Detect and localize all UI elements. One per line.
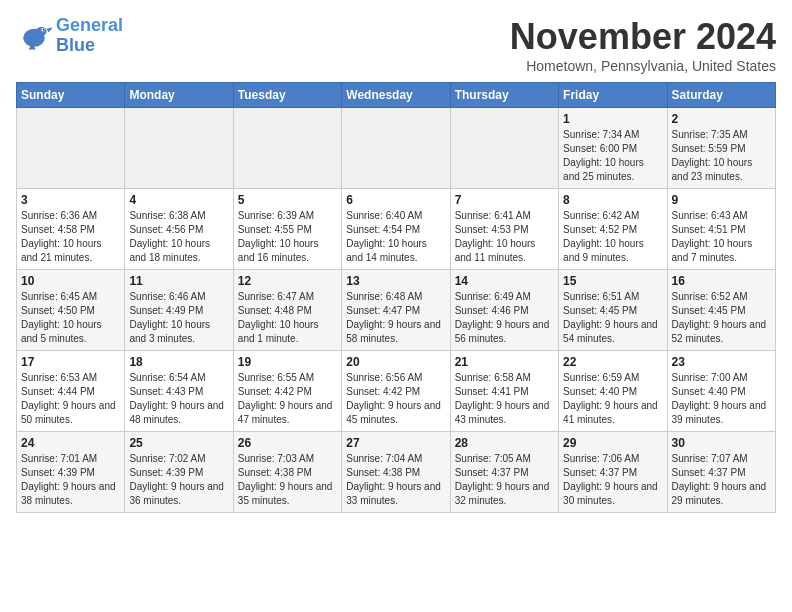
day-number: 17 (21, 355, 120, 369)
calendar-cell: 9Sunrise: 6:43 AM Sunset: 4:51 PM Daylig… (667, 189, 775, 270)
calendar-table: SundayMondayTuesdayWednesdayThursdayFrid… (16, 82, 776, 513)
calendar-cell: 20Sunrise: 6:56 AM Sunset: 4:42 PM Dayli… (342, 351, 450, 432)
calendar-cell: 14Sunrise: 6:49 AM Sunset: 4:46 PM Dayli… (450, 270, 558, 351)
day-number: 29 (563, 436, 662, 450)
day-info: Sunrise: 6:56 AM Sunset: 4:42 PM Dayligh… (346, 371, 445, 427)
day-info: Sunrise: 6:55 AM Sunset: 4:42 PM Dayligh… (238, 371, 337, 427)
day-info: Sunrise: 6:54 AM Sunset: 4:43 PM Dayligh… (129, 371, 228, 427)
calendar-cell: 15Sunrise: 6:51 AM Sunset: 4:45 PM Dayli… (559, 270, 667, 351)
day-info: Sunrise: 7:03 AM Sunset: 4:38 PM Dayligh… (238, 452, 337, 508)
day-number: 6 (346, 193, 445, 207)
calendar-cell (17, 108, 125, 189)
day-info: Sunrise: 7:00 AM Sunset: 4:40 PM Dayligh… (672, 371, 771, 427)
day-number: 8 (563, 193, 662, 207)
day-number: 5 (238, 193, 337, 207)
day-info: Sunrise: 6:42 AM Sunset: 4:52 PM Dayligh… (563, 209, 662, 265)
weekday-header: Monday (125, 83, 233, 108)
calendar-week-row: 10Sunrise: 6:45 AM Sunset: 4:50 PM Dayli… (17, 270, 776, 351)
day-number: 10 (21, 274, 120, 288)
day-number: 23 (672, 355, 771, 369)
day-info: Sunrise: 7:01 AM Sunset: 4:39 PM Dayligh… (21, 452, 120, 508)
calendar-cell: 21Sunrise: 6:58 AM Sunset: 4:41 PM Dayli… (450, 351, 558, 432)
day-number: 9 (672, 193, 771, 207)
day-number: 3 (21, 193, 120, 207)
calendar-header: SundayMondayTuesdayWednesdayThursdayFrid… (17, 83, 776, 108)
calendar-cell: 27Sunrise: 7:04 AM Sunset: 4:38 PM Dayli… (342, 432, 450, 513)
day-info: Sunrise: 7:07 AM Sunset: 4:37 PM Dayligh… (672, 452, 771, 508)
svg-marker-2 (47, 27, 52, 32)
day-number: 7 (455, 193, 554, 207)
calendar-cell: 29Sunrise: 7:06 AM Sunset: 4:37 PM Dayli… (559, 432, 667, 513)
location-subtitle: Hometown, Pennsylvania, United States (510, 58, 776, 74)
day-number: 19 (238, 355, 337, 369)
weekday-header: Wednesday (342, 83, 450, 108)
day-number: 27 (346, 436, 445, 450)
calendar-cell: 13Sunrise: 6:48 AM Sunset: 4:47 PM Dayli… (342, 270, 450, 351)
calendar-cell: 19Sunrise: 6:55 AM Sunset: 4:42 PM Dayli… (233, 351, 341, 432)
calendar-cell: 23Sunrise: 7:00 AM Sunset: 4:40 PM Dayli… (667, 351, 775, 432)
day-number: 12 (238, 274, 337, 288)
calendar-cell: 2Sunrise: 7:35 AM Sunset: 5:59 PM Daylig… (667, 108, 775, 189)
day-number: 24 (21, 436, 120, 450)
day-info: Sunrise: 6:51 AM Sunset: 4:45 PM Dayligh… (563, 290, 662, 346)
calendar-week-row: 24Sunrise: 7:01 AM Sunset: 4:39 PM Dayli… (17, 432, 776, 513)
day-number: 16 (672, 274, 771, 288)
day-info: Sunrise: 6:45 AM Sunset: 4:50 PM Dayligh… (21, 290, 120, 346)
day-info: Sunrise: 6:47 AM Sunset: 4:48 PM Dayligh… (238, 290, 337, 346)
calendar-week-row: 3Sunrise: 6:36 AM Sunset: 4:58 PM Daylig… (17, 189, 776, 270)
day-number: 2 (672, 112, 771, 126)
svg-point-4 (43, 29, 45, 31)
day-info: Sunrise: 6:59 AM Sunset: 4:40 PM Dayligh… (563, 371, 662, 427)
day-info: Sunrise: 6:39 AM Sunset: 4:55 PM Dayligh… (238, 209, 337, 265)
calendar-cell: 30Sunrise: 7:07 AM Sunset: 4:37 PM Dayli… (667, 432, 775, 513)
logo-text: General Blue (56, 16, 123, 56)
calendar-cell: 1Sunrise: 7:34 AM Sunset: 6:00 PM Daylig… (559, 108, 667, 189)
day-info: Sunrise: 7:05 AM Sunset: 4:37 PM Dayligh… (455, 452, 554, 508)
day-info: Sunrise: 7:34 AM Sunset: 6:00 PM Dayligh… (563, 128, 662, 184)
calendar-cell: 24Sunrise: 7:01 AM Sunset: 4:39 PM Dayli… (17, 432, 125, 513)
calendar-cell: 4Sunrise: 6:38 AM Sunset: 4:56 PM Daylig… (125, 189, 233, 270)
calendar-cell: 12Sunrise: 6:47 AM Sunset: 4:48 PM Dayli… (233, 270, 341, 351)
day-number: 15 (563, 274, 662, 288)
logo-icon (16, 18, 52, 54)
calendar-cell: 6Sunrise: 6:40 AM Sunset: 4:54 PM Daylig… (342, 189, 450, 270)
day-info: Sunrise: 6:52 AM Sunset: 4:45 PM Dayligh… (672, 290, 771, 346)
day-number: 20 (346, 355, 445, 369)
day-info: Sunrise: 6:38 AM Sunset: 4:56 PM Dayligh… (129, 209, 228, 265)
calendar-body: 1Sunrise: 7:34 AM Sunset: 6:00 PM Daylig… (17, 108, 776, 513)
day-number: 30 (672, 436, 771, 450)
calendar-cell: 16Sunrise: 6:52 AM Sunset: 4:45 PM Dayli… (667, 270, 775, 351)
day-info: Sunrise: 6:49 AM Sunset: 4:46 PM Dayligh… (455, 290, 554, 346)
weekday-header: Friday (559, 83, 667, 108)
day-number: 28 (455, 436, 554, 450)
day-number: 1 (563, 112, 662, 126)
day-info: Sunrise: 6:41 AM Sunset: 4:53 PM Dayligh… (455, 209, 554, 265)
day-info: Sunrise: 6:43 AM Sunset: 4:51 PM Dayligh… (672, 209, 771, 265)
calendar-cell: 5Sunrise: 6:39 AM Sunset: 4:55 PM Daylig… (233, 189, 341, 270)
day-info: Sunrise: 6:40 AM Sunset: 4:54 PM Dayligh… (346, 209, 445, 265)
day-number: 4 (129, 193, 228, 207)
svg-point-1 (36, 27, 47, 36)
calendar-cell: 17Sunrise: 6:53 AM Sunset: 4:44 PM Dayli… (17, 351, 125, 432)
day-number: 21 (455, 355, 554, 369)
calendar-week-row: 17Sunrise: 6:53 AM Sunset: 4:44 PM Dayli… (17, 351, 776, 432)
day-info: Sunrise: 7:02 AM Sunset: 4:39 PM Dayligh… (129, 452, 228, 508)
calendar-cell (233, 108, 341, 189)
day-number: 25 (129, 436, 228, 450)
day-number: 11 (129, 274, 228, 288)
calendar-cell: 3Sunrise: 6:36 AM Sunset: 4:58 PM Daylig… (17, 189, 125, 270)
day-info: Sunrise: 6:48 AM Sunset: 4:47 PM Dayligh… (346, 290, 445, 346)
day-number: 14 (455, 274, 554, 288)
day-info: Sunrise: 6:53 AM Sunset: 4:44 PM Dayligh… (21, 371, 120, 427)
calendar-cell: 18Sunrise: 6:54 AM Sunset: 4:43 PM Dayli… (125, 351, 233, 432)
logo: General Blue (16, 16, 123, 56)
calendar-cell: 7Sunrise: 6:41 AM Sunset: 4:53 PM Daylig… (450, 189, 558, 270)
title-section: November 2024 Hometown, Pennsylvania, Un… (510, 16, 776, 74)
weekday-header: Saturday (667, 83, 775, 108)
weekday-header: Tuesday (233, 83, 341, 108)
calendar-cell: 8Sunrise: 6:42 AM Sunset: 4:52 PM Daylig… (559, 189, 667, 270)
calendar-cell (342, 108, 450, 189)
day-info: Sunrise: 7:35 AM Sunset: 5:59 PM Dayligh… (672, 128, 771, 184)
weekday-header: Sunday (17, 83, 125, 108)
calendar-cell: 26Sunrise: 7:03 AM Sunset: 4:38 PM Dayli… (233, 432, 341, 513)
